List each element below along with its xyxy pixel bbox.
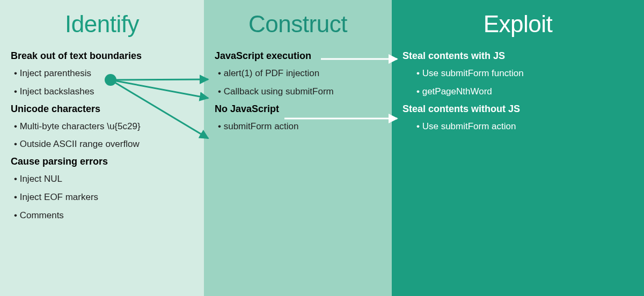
item-use-submitform-action: Use submitForm action xyxy=(416,120,633,133)
item-ascii-overflow: Outside ASCII range overflow xyxy=(14,138,193,151)
column-title-exploit: Exploit xyxy=(402,11,633,38)
section-steal-with-js: Steal contents with JS xyxy=(402,50,633,62)
section-js-execution: JavaScript execution xyxy=(215,50,381,62)
item-inject-backslashes: Inject backslashes xyxy=(14,85,193,98)
item-use-submitform-fn: Use submitForm function xyxy=(416,67,633,80)
item-comments: Comments xyxy=(14,209,193,222)
section-unicode: Unicode characters xyxy=(11,103,193,115)
item-multibyte: Multi-byte characters \u{5c29} xyxy=(14,120,193,133)
item-getpagenthword: getPageNthWord xyxy=(416,85,633,98)
section-break-out: Break out of text boundaries xyxy=(11,50,193,62)
column-construct: Construct JavaScript execution alert(1) … xyxy=(204,0,392,296)
item-inject-nul: Inject NUL xyxy=(14,173,193,186)
item-submitform-action: submitForm action xyxy=(218,120,381,133)
column-title-identify: Identify xyxy=(11,11,193,38)
item-inject-parenthesis: Inject parenthesis xyxy=(14,67,193,80)
section-parsing-errors: Cause parsing errors xyxy=(11,156,193,167)
item-alert1: alert(1) of PDF injection xyxy=(218,67,381,80)
item-inject-eof: Inject EOF markers xyxy=(14,191,193,204)
column-title-construct: Construct xyxy=(215,11,381,38)
item-callback-submitform: Callback using submitForm xyxy=(218,85,381,98)
section-no-js: No JavaScript xyxy=(215,103,381,115)
section-steal-without-js: Steal contents without JS xyxy=(402,103,633,115)
column-identify: Identify Break out of text boundaries In… xyxy=(0,0,204,296)
column-exploit: Exploit Steal contents with JS Use submi… xyxy=(392,0,644,296)
